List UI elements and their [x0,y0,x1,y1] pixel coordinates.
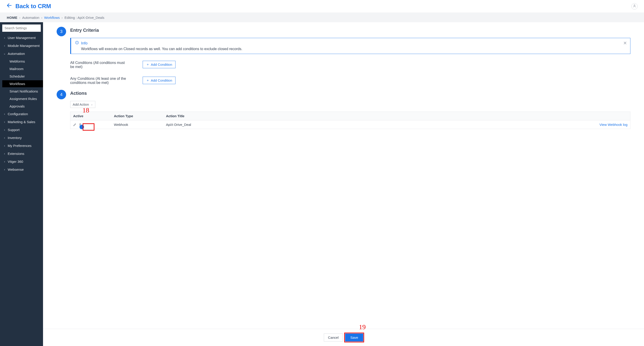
chevron-right-icon: › [3,160,6,163]
sidebar-item-automation[interactable]: ⌄ Automation [2,50,41,57]
chevron-right-icon: › [3,44,6,47]
info-body-text: Workflows will execute on Closed records… [75,47,626,51]
footer-action-bar: 19 Cancel Save [43,329,644,346]
chevron-right-icon: › [3,168,6,171]
plus-icon: ＋ [146,78,150,83]
info-alert: Info Workflows will execute on Closed re… [70,38,630,54]
annotation-box-18 [83,123,94,131]
sidebar-item-label: My Preferences [8,144,32,148]
search-input[interactable] [2,25,41,32]
chevron-right-icon: › [3,120,6,124]
chevron-down-icon: ⌄ [3,52,6,55]
sidebar-item-label: Automation [8,52,25,56]
sidebar-item-websense[interactable]: › Websense [2,166,41,173]
svg-point-1 [634,5,635,6]
main-content: 3 Entry Criteria Info Workflows will exe… [43,22,644,346]
add-action-dropdown[interactable]: Add Action ⌄ [70,101,95,108]
cell-action-title: ApiX-Drive_Deal [163,120,585,129]
back-to-crm-link[interactable]: Back to CRM [6,3,51,10]
annotation-text-19: 19 [359,323,366,331]
sidebar-item-label: Vtiger 360 [8,160,23,163]
chevron-right-icon: › [41,16,42,20]
breadcrumb-home[interactable]: HOME [7,16,18,20]
breadcrumb-workflows[interactable]: Workflows [44,16,60,20]
sidebar-item-configuration[interactable]: › Configuration [2,110,41,118]
table-row: Webhook ApiX-Drive_Deal View Webhook log [70,120,630,129]
sidebar-item-label: User Management [8,36,36,40]
button-label: Add Action [73,102,89,106]
back-label: Back to CRM [16,3,51,10]
top-bar: Back to CRM [0,0,644,13]
sidebar-item-extensions[interactable]: › Extensions [2,150,41,157]
section-title-actions: Actions [70,91,630,96]
sidebar-item-mailroom[interactable]: Mailroom [8,65,41,72]
sidebar-item-user-management[interactable]: › User Management [2,34,41,42]
step-number-badge: 4 [56,90,66,99]
info-heading: Info [81,41,88,46]
profile-avatar-button[interactable] [631,3,638,10]
step-4-section: 4 Actions Add Action ⌄ Active Action Typ… [56,91,630,137]
button-label: Add Condition [151,63,172,66]
button-label: Add Condition [151,78,172,82]
actions-table: Active Action Type Action Title [70,112,630,129]
step-3-section: 3 Entry Criteria Info Workflows will exe… [56,28,630,86]
sidebar-search [2,25,41,32]
close-icon[interactable]: ✕ [623,40,627,46]
sidebar-item-workflows[interactable]: Workflows [2,80,43,87]
col-header-action-type: Action Type [111,112,163,120]
sidebar-item-support[interactable]: › Support [2,126,41,133]
section-title-entry-criteria: Entry Criteria [70,28,630,33]
chevron-right-icon: › [62,16,63,20]
table-header: Active Action Type Action Title [70,112,630,120]
cancel-button[interactable]: Cancel [324,333,343,341]
plus-icon: ＋ [146,62,150,67]
sidebar-item-smart-notifications[interactable]: Smart Notifications [8,88,41,95]
sidebar-item-marketing-sales[interactable]: › Marketing & Sales [2,118,41,126]
sidebar-item-label: Configuration [8,112,28,116]
back-arrow-icon [6,3,12,10]
sidebar-item-vtiger-360[interactable]: › Vtiger 360 [2,158,41,165]
add-condition-all-button[interactable]: ＋ Add Condition [143,61,176,68]
all-conditions-label: All Conditions (All conditions must be m… [70,61,129,69]
sidebar-item-label: Inventory [8,136,22,140]
sidebar-item-scheduler[interactable]: Scheduler [8,73,41,80]
chevron-right-icon: › [3,112,6,116]
breadcrumb-bar: HOME › Automation › Workflows › Editing … [0,13,644,22]
any-conditions-label: Any Conditions (At least one of the cond… [70,77,129,85]
chevron-right-icon: › [3,152,6,155]
sidebar-item-assignment-rules[interactable]: Assignment Rules [8,95,41,102]
chevron-right-icon: › [3,136,6,139]
breadcrumb-automation[interactable]: Automation [22,16,40,20]
sidebar-item-label: Module Management [8,44,40,48]
add-condition-any-button[interactable]: ＋ Add Condition [143,77,176,84]
step-number-badge: 3 [56,27,66,36]
chevron-right-icon: › [3,128,6,131]
col-header-active: Active [70,112,111,120]
chevron-down-icon: ⌄ [91,103,93,106]
info-icon [75,41,79,46]
sidebar-item-label: Marketing & Sales [8,120,35,124]
sidebar-item-label: Extensions [8,152,24,155]
col-header-action-title: Action Title [163,112,585,120]
chevron-right-icon: › [3,144,6,147]
view-webhook-log-link[interactable]: View Webhook log [600,123,628,126]
sidebar-item-label: Websense [8,167,24,171]
sidebar-item-webforms[interactable]: Webforms [8,58,41,65]
breadcrumb-editing: Editing : ApiX-Drive_Deals [64,16,104,20]
sidebar-item-approvals[interactable]: Approvals [8,103,41,110]
cell-action-type: Webhook [111,120,163,129]
svg-point-4 [77,42,77,42]
save-button[interactable]: Save [345,333,363,341]
sidebar-item-my-preferences[interactable]: › My Preferences [2,142,41,149]
chevron-right-icon: › [19,16,20,20]
chevron-right-icon: › [3,36,6,40]
edit-icon[interactable] [73,123,76,126]
settings-sidebar: › User Management › Module Management ⌄ … [0,22,43,346]
user-icon [633,4,636,9]
sidebar-item-module-management[interactable]: › Module Management [2,42,41,49]
sidebar-item-inventory[interactable]: › Inventory [2,134,41,141]
sidebar-item-label: Support [8,128,20,132]
